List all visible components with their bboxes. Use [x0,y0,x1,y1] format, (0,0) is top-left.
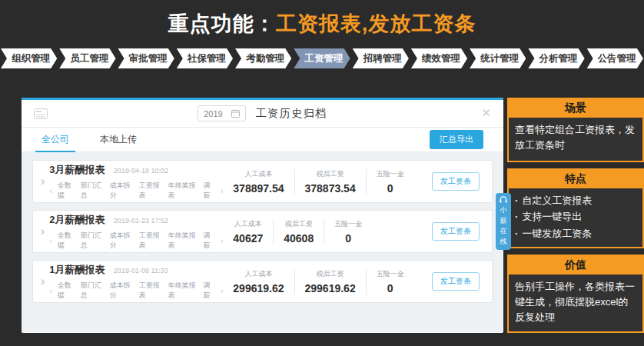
section-features-title: 特点 [509,170,642,188]
assistant-badge-label: 小薪在线 [500,205,507,247]
nav-tab-employee[interactable]: 员工管理 [59,48,115,68]
report-row-january: › 1月薪酬报表 2019-01-08 11:33 ‹ 全数据 部门汇总 成本拆… [32,260,493,303]
report-info: 2月薪酬报表 2019-01-23 17:52 ‹ 全数据 部门汇总 成本拆分 … [49,212,223,251]
report-row-february: › 2月薪酬报表 2019-01-23 17:52 ‹ 全数据 部门汇总 成本拆… [32,210,493,253]
tab-local-upload[interactable]: 本地上传 [100,128,137,151]
report-link[interactable]: 调薪 [204,181,215,201]
metric-after-tax-salary: 税后工资 378873.54 [294,169,366,195]
send-payslip-button[interactable]: 发工资条 [432,222,480,241]
panel-header: 2019 工资历史归档 ✕ [22,100,503,128]
year-value: 2019 [204,109,222,118]
metric-insurance-fund: 五险一金 0 [366,269,414,294]
nav-tab-salary[interactable]: 工资管理 [294,48,350,68]
metric-labor-cost: 人工成本 299619.62 [223,269,294,294]
report-metrics: 人工成本 378897.54 税后工资 378873.54 五险一金 0 [223,169,413,195]
info-sidebar: 场景 查看特定组合工资报表，发放工资条时 特点 自定义工资报表 支持一键导出 一… [507,98,644,333]
calendar-icon [231,109,240,118]
report-title: 1月薪酬报表 [49,264,105,275]
nav-tab-analysis[interactable]: 分析管理 [528,48,584,68]
report-timestamp: 2019-01-08 11:33 [114,267,168,274]
report-timestamp: 2019-01-23 17:52 [114,217,168,225]
hero-banner: 重点功能： 工资报表,发放工资条 [0,0,644,48]
section-features: 特点 自定义工资报表 支持一键导出 一键发放工资条 [507,168,644,248]
panel-tabs: 全公司 本地上传 汇总导出 [22,128,503,152]
send-payslip-button[interactable]: 发工资条 [432,272,480,291]
report-link[interactable]: 工资报表 [139,281,163,301]
salary-archive-panel: 2019 工资历史归档 ✕ 全公司 本地上传 汇总导出 [22,98,503,333]
metric-insurance-fund: 五险一金 0 [324,219,372,245]
section-value-text: 告别手工操作，各类报表一键生成，彻底摆脱excel的反复处理 [509,274,642,330]
export-summary-button[interactable]: 汇总导出 [430,130,483,149]
report-link[interactable]: 成本拆分 [110,231,134,251]
nav-tab-org[interactable]: 组织管理 [1,48,57,68]
report-link[interactable]: 年终奖报表 [168,231,198,251]
links-prev-icon[interactable]: ‹ [49,287,51,295]
section-scene-title: 场景 [509,99,642,118]
report-link[interactable]: 调薪 [204,281,215,301]
report-metrics: 人工成本 299619.62 税后工资 299619.62 五险一金 0 [223,269,413,294]
links-prev-icon[interactable]: ‹ [49,187,51,195]
report-sublinks: ‹ 全数据 部门汇总 成本拆分 工资报表 年终奖报表 调薪 › [49,231,223,251]
close-icon[interactable]: ✕ [481,106,491,120]
report-link[interactable]: 全数据 [58,181,75,201]
nav-tab-recruit[interactable]: 招聘管理 [353,48,409,68]
nav-tab-statistics[interactable]: 统计管理 [470,48,526,68]
report-timestamp: 2019-04-18 10:02 [114,167,168,175]
chevron-right-icon[interactable]: › [41,225,45,238]
report-link[interactable]: 年终奖报表 [168,181,198,201]
report-link[interactable]: 工资报表 [139,181,163,201]
headset-icon [499,196,508,204]
report-sublinks: ‹ 全数据 部门汇总 成本拆分 工资报表 年终奖报表 调薪 › [49,281,223,301]
page: 重点功能： 工资报表,发放工资条 组织管理 员工管理 审批管理 社保管理 考勤管… [0,0,644,346]
nav-tab-approval[interactable]: 审批管理 [118,48,174,68]
assistant-badge[interactable]: 小薪在线 [496,193,511,250]
hero-title-highlight: 工资报表,发放工资条 [276,10,476,38]
metric-after-tax-salary: 税后工资 40608 [273,219,324,245]
nav-tab-performance[interactable]: 绩效管理 [411,48,467,68]
metric-labor-cost: 人工成本 378897.54 [223,169,294,195]
section-value-title: 价值 [509,256,642,274]
report-list: › 3月薪酬报表 2019-04-18 10:02 ‹ 全数据 部门汇总 成本拆… [22,152,503,332]
archive-card-icon [34,108,48,119]
report-link[interactable]: 部门汇总 [81,181,105,201]
send-payslip-button[interactable]: 发工资条 [432,172,480,191]
nav-tab-attendance[interactable]: 考勤管理 [235,48,291,68]
report-link[interactable]: 调薪 [204,231,215,251]
report-title: 2月薪酬报表 [49,214,105,225]
report-link[interactable]: 部门汇总 [81,281,105,301]
report-link[interactable]: 工资报表 [139,231,163,251]
report-row-march: › 3月薪酬报表 2019-04-18 10:02 ‹ 全数据 部门汇总 成本拆… [32,160,493,203]
feature-item: 自定义工资报表 [515,192,636,208]
chevron-right-icon[interactable]: › [41,175,45,188]
hero-title-prefix: 重点功能： [168,10,276,38]
report-link[interactable]: 全数据 [58,231,75,251]
report-info: 1月薪酬报表 2019-01-08 11:33 ‹ 全数据 部门汇总 成本拆分 … [49,262,223,301]
feature-item: 一键发放工资条 [515,225,636,241]
nav-tab-announcement[interactable]: 公告管理 [587,48,643,68]
report-link[interactable]: 成本拆分 [110,281,134,301]
panel-title: 工资历史归档 [256,107,327,121]
report-link[interactable]: 全数据 [58,281,75,301]
year-select[interactable]: 2019 [198,105,245,121]
module-nav: 组织管理 员工管理 审批管理 社保管理 考勤管理 工资管理 招聘管理 绩效管理 … [1,48,643,68]
report-title: 3月薪酬报表 [49,164,105,175]
metric-insurance-fund: 五险一金 0 [366,169,414,195]
tab-whole-company[interactable]: 全公司 [41,128,69,151]
nav-tab-social-security[interactable]: 社保管理 [177,48,233,68]
feature-item: 支持一键导出 [515,208,636,225]
report-link[interactable]: 部门汇总 [81,231,105,251]
metric-after-tax-salary: 税后工资 299619.62 [294,269,366,294]
section-scene-text: 查看特定组合工资报表，发放工资条时 [509,118,642,158]
report-link[interactable]: 年终奖报表 [168,281,198,301]
chevron-right-icon[interactable]: › [41,274,45,288]
report-metrics: 人工成本 40627 税后工资 40608 五险一金 0 [223,219,372,245]
section-scene: 场景 查看特定组合工资报表，发放工资条时 [507,98,644,162]
section-features-list: 自定义工资报表 支持一键导出 一键发放工资条 [509,188,642,245]
report-sublinks: ‹ 全数据 部门汇总 成本拆分 工资报表 年终奖报表 调薪 › [49,181,223,201]
metric-labor-cost: 人工成本 40627 [223,219,273,245]
report-info: 3月薪酬报表 2019-04-18 10:02 ‹ 全数据 部门汇总 成本拆分 … [49,162,223,201]
links-prev-icon[interactable]: ‹ [49,237,51,245]
report-link[interactable]: 成本拆分 [110,181,134,201]
section-value: 价值 告别手工操作，各类报表一键生成，彻底摆脱excel的反复处理 [507,255,644,333]
